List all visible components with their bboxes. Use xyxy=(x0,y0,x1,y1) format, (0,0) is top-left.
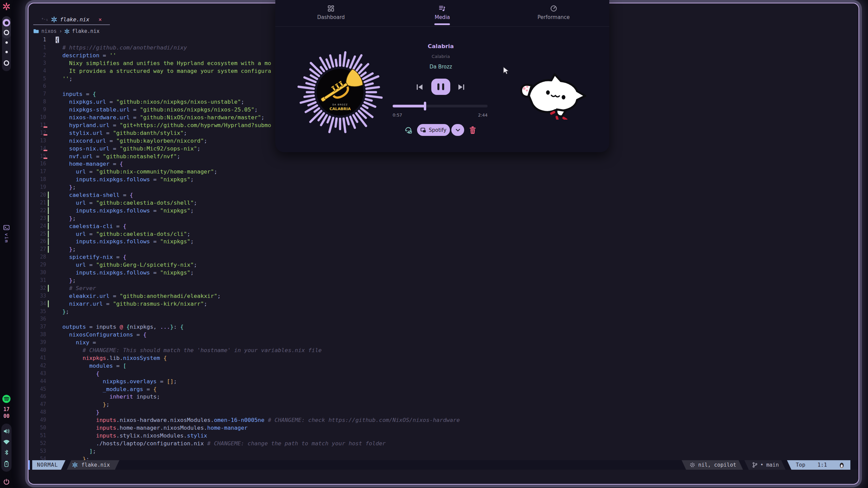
line-number: 37 xyxy=(28,323,46,331)
visualizer-bar xyxy=(367,96,382,98)
workspace-2[interactable] xyxy=(4,30,9,35)
line-number: 15 xyxy=(28,152,46,160)
code-line: 36 xyxy=(28,315,859,323)
code-text: url = "github:caelestia-dots/cli"; xyxy=(56,230,190,238)
visualizer-bar xyxy=(311,75,317,79)
line-number: 42 xyxy=(28,362,46,370)
line-number: 32 xyxy=(28,284,46,292)
code-text: { xyxy=(56,36,59,44)
track-title: Calabria xyxy=(390,43,492,49)
code-line: 30 inputs.nixpkgs.follows = "nixpkgs"; xyxy=(28,269,859,277)
quick-settings[interactable] xyxy=(1,424,12,472)
code-text: # Server xyxy=(56,284,96,292)
workspace-1[interactable] xyxy=(3,19,10,26)
line-number: 9 xyxy=(28,106,46,114)
workspace-3[interactable] xyxy=(5,41,8,44)
line-number: 1 xyxy=(28,44,46,52)
battery-icon[interactable] xyxy=(4,461,9,467)
visualizer-bar xyxy=(363,105,368,108)
line-number: 25 xyxy=(28,230,46,238)
code-text: nvf.url = "github:notashelf/nvf"; xyxy=(56,152,180,160)
code-text: nixosConfigurations = { xyxy=(56,331,146,339)
code-text: stylix.url = "github:danth/stylix"; xyxy=(56,129,187,137)
visualizer-bar xyxy=(330,56,333,67)
bongo-cat xyxy=(509,65,587,120)
spotify-icon[interactable] xyxy=(2,394,11,403)
line-number: 51 xyxy=(28,432,46,440)
line-number: 8 xyxy=(28,98,46,106)
code-line: 19 }; xyxy=(28,183,859,191)
code-line: 20 caelestia-shell = { xyxy=(28,191,859,199)
visualizer-bar xyxy=(336,60,336,66)
statusline: NORMAL flake.nix nil, copilot xyxy=(28,460,859,470)
code-line: 42 modules = [ xyxy=(28,362,859,370)
code-line: 24 caelestia-cli = { xyxy=(28,222,859,230)
visualizer-bar xyxy=(328,117,330,122)
line-number: 20 xyxy=(28,191,46,199)
line-number: 12 xyxy=(28,129,46,137)
line-number: 34 xyxy=(28,300,46,308)
progress-track[interactable] xyxy=(393,105,488,107)
line-number: 41 xyxy=(28,354,46,362)
lsp-status: nil, copilot xyxy=(682,460,743,470)
code-line: 49 inputs.nixos-hardware.nixosModules.om… xyxy=(28,416,859,424)
code-text: inputs = { xyxy=(56,90,96,98)
source-button[interactable]: Spotify xyxy=(417,124,450,136)
statusline-accent-bar xyxy=(28,460,30,470)
line-number: 29 xyxy=(28,261,46,269)
code-text: modules = [ xyxy=(56,362,126,370)
visualizer-bar xyxy=(301,99,314,103)
tab-dashboard[interactable]: Dashboard xyxy=(275,0,387,26)
code-line: 31 }; xyxy=(28,277,859,284)
desktop: vim 17 00 xyxy=(0,0,868,488)
code-text: nixcord.url = "github:kaylorben/nixcord"… xyxy=(56,137,207,145)
code-line: 40 # CHANGEME: This should match the 'ho… xyxy=(28,346,859,354)
code-line: 26 inputs.nixpkgs.follows = "nixpkgs"; xyxy=(28,238,859,245)
line-number: 35 xyxy=(28,308,46,316)
line-number: 24 xyxy=(28,222,46,230)
code-text: caelestia-shell = { xyxy=(56,191,133,199)
code-text: sops-nix.url = "github:Mic92/sops-nix"; xyxy=(56,145,200,152)
progress-fill xyxy=(393,105,425,107)
power-icon[interactable] xyxy=(3,479,9,485)
code-text: { xyxy=(56,370,99,378)
code-line: 51 inputs.stylix.nixosModules.stylix xyxy=(28,432,859,440)
workspace-4[interactable] xyxy=(5,51,8,53)
previous-track-button[interactable] xyxy=(416,83,424,91)
volume-icon[interactable] xyxy=(3,428,10,434)
switch-player-icon[interactable] xyxy=(404,126,412,134)
line-number: 5 xyxy=(28,75,46,83)
dashboard-icon xyxy=(328,5,334,12)
trash-icon[interactable] xyxy=(469,126,477,134)
album-art-artist: DA BROZZ xyxy=(332,103,348,106)
vim-mode-indicator: NORMAL xyxy=(32,460,65,470)
code-line: 46 inherit inputs; xyxy=(28,393,859,401)
scroll-position: Top 1:1 xyxy=(787,460,850,470)
code-text: url = "github:Gerg-L/spicetify-nix"; xyxy=(56,261,197,269)
code-text: nixpkgs-stable.url = "github:nixos/nixpk… xyxy=(56,106,258,114)
code-text: inputs.stylix.nixosModules.stylix xyxy=(56,432,207,440)
code-text: }; xyxy=(56,277,76,284)
line-number: 6 xyxy=(28,82,46,90)
tab-performance[interactable]: Performance xyxy=(498,0,609,26)
code-line: 50 inputs.home-manager.nixosModules.home… xyxy=(28,424,859,432)
line-number: 47 xyxy=(28,401,46,408)
code-text: nixpkgs.url = "github:nixos/nixpkgs/nixo… xyxy=(56,98,244,106)
code-text: nixpkgs.lib.nixosSystem { xyxy=(56,354,167,362)
code-text: It provides a structured way to manage y… xyxy=(56,67,271,75)
tab-media[interactable]: Media xyxy=(387,0,498,26)
next-track-button[interactable] xyxy=(457,83,465,91)
code-line: 18 inputs.nixpkgs.follows = "nixpkgs"; xyxy=(28,176,859,183)
source-dropdown-button[interactable] xyxy=(451,124,464,136)
code-line: 35 }; xyxy=(28,308,859,316)
line-number: 38 xyxy=(28,331,46,339)
elapsed-time: 0:57 xyxy=(393,113,402,118)
line-number: 26 xyxy=(28,238,46,245)
bluetooth-icon[interactable] xyxy=(4,449,9,455)
workspace-5[interactable] xyxy=(4,60,9,66)
pause-button[interactable] xyxy=(431,79,450,95)
workspace-indicator[interactable] xyxy=(2,16,11,71)
wifi-icon[interactable] xyxy=(3,439,10,445)
line-number: 1 xyxy=(28,36,46,44)
progress-handle[interactable] xyxy=(424,102,426,110)
